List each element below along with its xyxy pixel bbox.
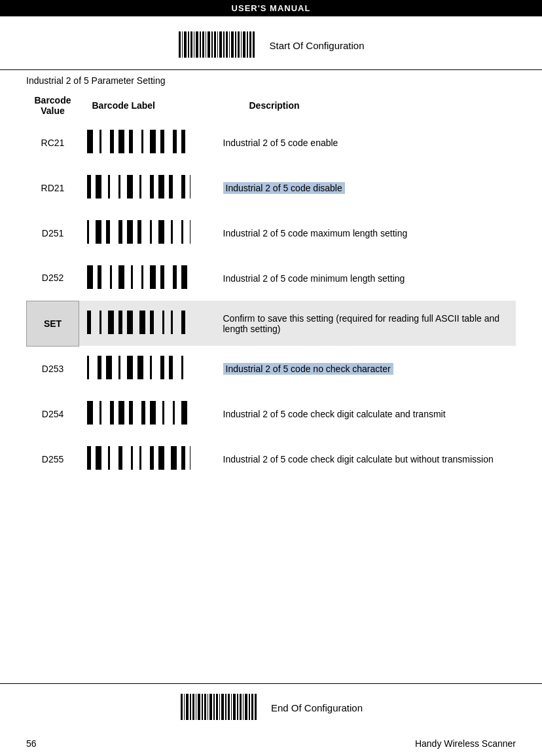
page-number: 56 — [26, 738, 37, 749]
svg-rect-78 — [127, 311, 133, 334]
svg-rect-19 — [235, 31, 236, 58]
svg-rect-48 — [190, 175, 190, 198]
svg-rect-5 — [194, 31, 194, 58]
svg-rect-25 — [253, 31, 255, 58]
svg-rect-44 — [150, 175, 154, 198]
parameter-table-container: BarcodeValue Barcode Label Description R… — [0, 91, 542, 482]
row-barcode-1 — [79, 165, 210, 210]
svg-rect-64 — [110, 265, 112, 289]
row-value-1: RD21 — [27, 165, 79, 210]
row-barcode-4 — [79, 301, 210, 346]
svg-rect-106 — [173, 401, 175, 425]
row-description-5: Industrial 2 of 5 code no check characte… — [210, 346, 516, 391]
svg-rect-123 — [184, 694, 185, 720]
svg-rect-146 — [251, 694, 253, 720]
svg-rect-60 — [190, 220, 190, 244]
row-description-0: Industrial 2 of 5 code enable — [210, 120, 516, 165]
row-barcode-3 — [79, 255, 210, 301]
svg-rect-104 — [150, 401, 156, 425]
svg-rect-47 — [181, 175, 185, 198]
svg-rect-98 — [87, 401, 93, 425]
row-description-1: Industrial 2 of 5 code disable — [210, 165, 516, 210]
svg-rect-31 — [141, 130, 143, 153]
svg-rect-2 — [184, 31, 187, 58]
svg-rect-51 — [96, 220, 101, 244]
svg-rect-67 — [141, 265, 143, 289]
svg-rect-80 — [150, 311, 154, 334]
svg-rect-29 — [118, 130, 124, 153]
svg-rect-17 — [229, 31, 230, 58]
svg-rect-66 — [131, 265, 133, 289]
svg-rect-79 — [139, 311, 145, 334]
svg-rect-11 — [211, 31, 213, 58]
svg-rect-120 — [190, 446, 190, 470]
svg-rect-144 — [245, 694, 247, 720]
svg-rect-101 — [118, 401, 124, 425]
svg-rect-86 — [87, 356, 89, 379]
svg-rect-62 — [87, 265, 93, 289]
row-value-7: D255 — [27, 436, 79, 482]
config-end-section: End Of Configuration — [0, 683, 542, 734]
svg-rect-3 — [188, 31, 189, 58]
svg-rect-32 — [150, 130, 156, 153]
svg-rect-68 — [150, 265, 156, 289]
row-value-0: RC21 — [27, 120, 79, 165]
svg-rect-81 — [162, 311, 164, 334]
svg-rect-33 — [160, 130, 164, 153]
svg-rect-102 — [129, 401, 133, 425]
svg-rect-90 — [127, 356, 133, 379]
svg-rect-140 — [233, 694, 236, 720]
svg-rect-105 — [162, 401, 164, 425]
svg-rect-75 — [99, 311, 101, 334]
svg-rect-131 — [208, 694, 208, 720]
svg-rect-82 — [171, 311, 173, 334]
svg-rect-145 — [249, 694, 250, 720]
svg-rect-118 — [171, 446, 177, 470]
svg-rect-141 — [237, 694, 238, 720]
svg-rect-28 — [110, 130, 114, 153]
svg-rect-65 — [118, 265, 124, 289]
svg-rect-119 — [181, 446, 185, 470]
row-value-3: D252 — [27, 255, 79, 301]
svg-rect-6 — [196, 31, 198, 58]
svg-rect-0 — [179, 31, 181, 58]
svg-rect-147 — [255, 694, 257, 720]
svg-rect-4 — [190, 31, 192, 58]
config-start-label: Start Of Configuration — [269, 40, 364, 51]
col-header-description: Description — [210, 91, 516, 120]
svg-rect-133 — [213, 694, 215, 720]
svg-rect-130 — [204, 694, 206, 720]
svg-rect-22 — [243, 31, 245, 58]
svg-rect-55 — [137, 220, 141, 244]
svg-rect-34 — [173, 130, 177, 153]
svg-rect-26 — [87, 130, 93, 153]
svg-rect-87 — [98, 356, 101, 379]
svg-rect-20 — [238, 31, 240, 58]
svg-rect-63 — [98, 265, 101, 289]
svg-rect-38 — [87, 175, 91, 198]
svg-rect-15 — [223, 31, 225, 58]
svg-rect-114 — [131, 446, 133, 470]
svg-rect-134 — [216, 694, 218, 720]
svg-rect-111 — [96, 446, 101, 470]
svg-rect-115 — [139, 446, 141, 470]
row-barcode-6 — [79, 391, 210, 436]
header-bar: USER'S MANUAL — [0, 0, 542, 16]
svg-rect-46 — [169, 175, 173, 198]
svg-rect-58 — [171, 220, 173, 244]
svg-rect-27 — [99, 130, 101, 153]
svg-rect-59 — [181, 220, 183, 244]
svg-rect-8 — [202, 31, 204, 58]
svg-rect-112 — [108, 446, 110, 470]
svg-rect-41 — [118, 175, 120, 198]
svg-rect-42 — [127, 175, 133, 198]
svg-rect-113 — [118, 446, 122, 470]
svg-rect-135 — [219, 694, 220, 720]
svg-rect-16 — [226, 31, 228, 58]
footer: 56 Handy Wireless Scanner — [0, 734, 542, 753]
svg-rect-77 — [118, 311, 122, 334]
row-description-7: Industrial 2 of 5 code check digit calcu… — [210, 436, 516, 482]
svg-rect-95 — [181, 356, 183, 379]
col-header-label: Barcode Label — [79, 91, 210, 120]
svg-rect-71 — [181, 265, 187, 289]
